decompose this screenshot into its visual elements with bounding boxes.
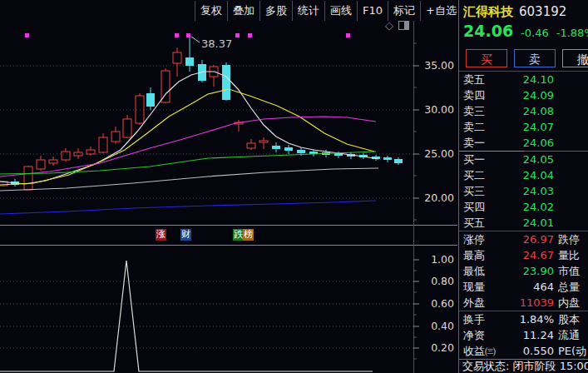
stock-name: 汇得科技 [463, 4, 513, 19]
svg-text:25.00: 25.00 [424, 147, 454, 160]
ask-row-4[interactable]: 卖四24.09 [459, 87, 588, 103]
quote-panel: 汇得科技603192 24.06 -0.46 -1.88% 买 卖 撤 卖五24… [458, 0, 588, 373]
statistics-button[interactable]: 统计 [292, 1, 324, 21]
price-change-percent: -1.88% [556, 27, 588, 39]
stat-row: 涨停26.97跌停 [459, 231, 588, 247]
stat-row: 收益㈢0.550PE(动 [459, 343, 588, 359]
adjust-price-button[interactable]: 复权 [195, 1, 227, 21]
multi-stock-button[interactable]: 多股 [259, 1, 292, 21]
ask-row-5[interactable]: 卖五24.10 [459, 72, 588, 87]
overlay-button[interactable]: 叠加 [227, 1, 259, 21]
svg-text:0.20: 0.20 [431, 341, 454, 354]
ask-row-3[interactable]: 卖三24.08 [459, 103, 588, 119]
stock-code: 603192 [519, 4, 566, 19]
svg-text:35.00: 35.00 [424, 59, 454, 72]
mark-button[interactable]: 标记 [388, 1, 420, 21]
stat-row: 最低23.90市值 [459, 263, 588, 279]
bid-row-3[interactable]: 买三24.03 [459, 183, 588, 199]
svg-text:0.60: 0.60 [431, 297, 454, 310]
stat-row: 换手1.84%股本 [459, 311, 588, 327]
svg-text:20.00: 20.00 [424, 191, 454, 204]
sell-button[interactable]: 卖 [514, 49, 556, 67]
ask-row-1[interactable]: 卖一24.06 [459, 135, 588, 151]
add-watchlist-button[interactable]: +自选 [420, 1, 462, 21]
last-price: 24.06 [463, 22, 513, 40]
badge-rise[interactable]: 涨 [156, 229, 166, 241]
bid-row-1[interactable]: 买一24.05 [459, 152, 588, 167]
split-window-icon[interactable] [398, 21, 409, 30]
f10-button[interactable]: F10 [357, 1, 388, 21]
diamond-tool-icon[interactable]: ◇ [385, 20, 393, 31]
stock-header: 汇得科技603192 [459, 0, 588, 22]
badge-strip: 涨 财 跌 榜 [0, 229, 458, 241]
bid-row-2[interactable]: 买二24.04 [459, 167, 588, 183]
svg-text:0.80: 0.80 [431, 275, 454, 287]
stat-row: 外盘11039内盘 [459, 295, 588, 311]
badge-finance[interactable]: 财 [180, 229, 191, 241]
trading-app-window: 复权 叠加 多股 统计 画线 F10 标记 +自选 返回 35.0030.002… [0, 0, 588, 373]
chart-corner-tools: ◇ [385, 20, 409, 31]
stat-row: 最高24.67量比 [459, 247, 588, 263]
bid-row-4[interactable]: 买四24.02 [459, 199, 588, 215]
price-change: -0.46 [521, 27, 549, 39]
svg-text:38.37: 38.37 [201, 37, 232, 50]
svg-text:1.00: 1.00 [431, 253, 454, 266]
chart-toolbar: 复权 叠加 多股 统计 画线 F10 标记 +自选 返回 [195, 0, 495, 21]
svg-text:30.00: 30.00 [424, 103, 454, 116]
candlestick-chart[interactable]: 35.0030.0025.0020.001.000.800.600.400.20… [0, 0, 458, 373]
badge-rank[interactable]: 榜 [243, 229, 254, 241]
svg-text:0.40: 0.40 [431, 320, 454, 332]
trade-buttons: 买 卖 撤 [459, 45, 588, 71]
price-row: 24.06 -0.46 -1.88% [459, 22, 588, 45]
buy-button[interactable]: 买 [466, 49, 507, 67]
stat-row: 净资11.24流通 [459, 327, 588, 343]
draw-line-button[interactable]: 画线 [324, 1, 357, 21]
trading-status-bar: 交易状态: 闭市阶段 15:00 [459, 359, 588, 373]
stat-row: 现量464总量 [459, 279, 588, 295]
bid-row-5[interactable]: 买五24.01 [459, 215, 588, 231]
ask-row-2[interactable]: 卖二24.07 [459, 119, 588, 135]
cancel-order-button[interactable]: 撤 [562, 49, 588, 67]
